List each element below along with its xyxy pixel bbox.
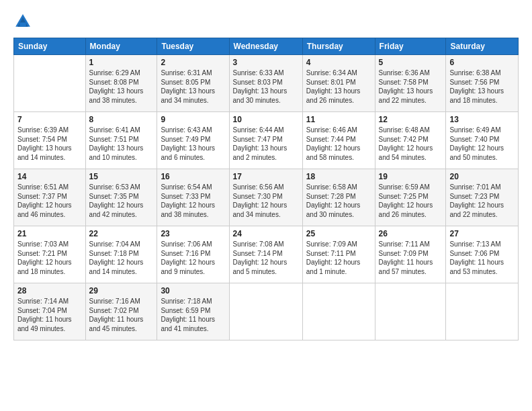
svg-rect-2: [19, 23, 26, 27]
day-info: Sunrise: 6:48 AM Sunset: 7:42 PM Dayligh…: [379, 126, 443, 162]
calendar-cell: [229, 283, 302, 340]
day-info: Sunrise: 6:39 AM Sunset: 7:54 PM Dayligh…: [17, 126, 82, 162]
calendar-cell: 7 Sunrise: 6:39 AM Sunset: 7:54 PM Dayli…: [14, 112, 86, 169]
day-number: 22: [89, 229, 154, 238]
day-number: 12: [379, 115, 443, 124]
calendar-week-2: 7 Sunrise: 6:39 AM Sunset: 7:54 PM Dayli…: [14, 112, 519, 169]
calendar-cell: 8 Sunrise: 6:41 AM Sunset: 7:51 PM Dayli…: [85, 112, 157, 169]
day-info: Sunrise: 6:49 AM Sunset: 7:40 PM Dayligh…: [449, 126, 515, 162]
calendar-cell: 22 Sunrise: 7:04 AM Sunset: 7:18 PM Dayl…: [85, 226, 157, 283]
calendar-cell: 12 Sunrise: 6:48 AM Sunset: 7:42 PM Dayl…: [375, 112, 446, 169]
day-number: 15: [89, 172, 154, 181]
calendar-cell: 10 Sunrise: 6:44 AM Sunset: 7:47 PM Dayl…: [229, 112, 302, 169]
calendar-header-wednesday: Wednesday: [229, 38, 302, 55]
calendar-cell: 26 Sunrise: 7:11 AM Sunset: 7:09 PM Dayl…: [375, 226, 446, 283]
calendar-header-monday: Monday: [85, 38, 157, 55]
calendar-header-tuesday: Tuesday: [157, 38, 229, 55]
day-info: Sunrise: 7:13 AM Sunset: 7:06 PM Dayligh…: [449, 240, 515, 276]
day-number: 1: [89, 58, 154, 67]
calendar-cell: 9 Sunrise: 6:43 AM Sunset: 7:49 PM Dayli…: [157, 112, 229, 169]
calendar-cell: 21 Sunrise: 7:03 AM Sunset: 7:21 PM Dayl…: [14, 226, 86, 283]
day-number: 28: [17, 286, 82, 295]
day-info: Sunrise: 6:31 AM Sunset: 8:05 PM Dayligh…: [161, 68, 225, 105]
day-number: 13: [449, 115, 515, 124]
day-number: 24: [233, 229, 299, 238]
day-number: 6: [449, 58, 515, 67]
calendar-cell: 23 Sunrise: 7:06 AM Sunset: 7:16 PM Dayl…: [157, 226, 229, 283]
calendar-cell: 15 Sunrise: 6:53 AM Sunset: 7:35 PM Dayl…: [85, 169, 157, 226]
calendar-cell: 16 Sunrise: 6:54 AM Sunset: 7:33 PM Dayl…: [157, 169, 229, 226]
day-number: 29: [89, 286, 154, 295]
calendar-cell: 18 Sunrise: 6:58 AM Sunset: 7:28 PM Dayl…: [302, 169, 375, 226]
calendar-cell: [375, 283, 446, 340]
day-number: 17: [233, 172, 299, 181]
day-number: 5: [379, 58, 443, 67]
day-number: 21: [17, 229, 82, 238]
day-number: 18: [306, 172, 371, 181]
calendar-cell: 29 Sunrise: 7:16 AM Sunset: 7:02 PM Dayl…: [85, 283, 157, 340]
calendar-table: SundayMondayTuesdayWednesdayThursdayFrid…: [13, 38, 519, 340]
day-info: Sunrise: 6:36 AM Sunset: 7:58 PM Dayligh…: [379, 68, 443, 105]
day-number: 7: [17, 115, 82, 124]
calendar-cell: 13 Sunrise: 6:49 AM Sunset: 7:40 PM Dayl…: [446, 112, 519, 169]
day-number: 10: [233, 115, 299, 124]
logo-icon: [13, 12, 32, 31]
calendar-cell: 27 Sunrise: 7:13 AM Sunset: 7:06 PM Dayl…: [446, 226, 519, 283]
calendar-header-thursday: Thursday: [302, 38, 375, 55]
day-info: Sunrise: 7:11 AM Sunset: 7:09 PM Dayligh…: [379, 240, 443, 276]
calendar-week-1: 1 Sunrise: 6:29 AM Sunset: 8:08 PM Dayli…: [14, 55, 519, 112]
day-number: 4: [306, 58, 371, 67]
day-info: Sunrise: 6:54 AM Sunset: 7:33 PM Dayligh…: [161, 183, 225, 219]
day-number: 16: [161, 172, 225, 181]
calendar-cell: 20 Sunrise: 7:01 AM Sunset: 7:23 PM Dayl…: [446, 169, 519, 226]
day-number: 9: [161, 115, 225, 124]
day-info: Sunrise: 6:43 AM Sunset: 7:49 PM Dayligh…: [161, 126, 225, 162]
calendar-cell: 24 Sunrise: 7:08 AM Sunset: 7:14 PM Dayl…: [229, 226, 302, 283]
day-info: Sunrise: 6:29 AM Sunset: 8:08 PM Dayligh…: [89, 68, 154, 105]
day-info: Sunrise: 7:04 AM Sunset: 7:18 PM Dayligh…: [89, 240, 154, 276]
day-info: Sunrise: 7:18 AM Sunset: 6:59 PM Dayligh…: [161, 297, 225, 333]
calendar-cell: 5 Sunrise: 6:36 AM Sunset: 7:58 PM Dayli…: [375, 55, 446, 112]
calendar-cell: [446, 283, 519, 340]
calendar-header-row: SundayMondayTuesdayWednesdayThursdayFrid…: [14, 38, 519, 55]
calendar-cell: 25 Sunrise: 7:09 AM Sunset: 7:11 PM Dayl…: [302, 226, 375, 283]
day-number: 19: [379, 172, 443, 181]
day-number: 25: [306, 229, 371, 238]
calendar-cell: [14, 55, 86, 112]
day-info: Sunrise: 6:59 AM Sunset: 7:25 PM Dayligh…: [379, 183, 443, 219]
day-info: Sunrise: 6:46 AM Sunset: 7:44 PM Dayligh…: [306, 126, 371, 162]
calendar-cell: 6 Sunrise: 6:38 AM Sunset: 7:56 PM Dayli…: [446, 55, 519, 112]
day-number: 30: [161, 286, 225, 295]
page: SundayMondayTuesdayWednesdayThursdayFrid…: [0, 0, 532, 411]
calendar-cell: 28 Sunrise: 7:14 AM Sunset: 7:04 PM Dayl…: [14, 283, 86, 340]
header: [13, 12, 519, 31]
calendar-cell: 1 Sunrise: 6:29 AM Sunset: 8:08 PM Dayli…: [85, 55, 157, 112]
day-number: 23: [161, 229, 225, 238]
day-info: Sunrise: 6:56 AM Sunset: 7:30 PM Dayligh…: [233, 183, 299, 219]
day-number: 2: [161, 58, 225, 67]
day-info: Sunrise: 6:44 AM Sunset: 7:47 PM Dayligh…: [233, 126, 299, 162]
day-number: 8: [89, 115, 154, 124]
calendar-cell: 17 Sunrise: 6:56 AM Sunset: 7:30 PM Dayl…: [229, 169, 302, 226]
day-info: Sunrise: 6:33 AM Sunset: 8:03 PM Dayligh…: [233, 68, 299, 105]
calendar-cell: 19 Sunrise: 6:59 AM Sunset: 7:25 PM Dayl…: [375, 169, 446, 226]
day-info: Sunrise: 6:38 AM Sunset: 7:56 PM Dayligh…: [449, 68, 515, 105]
day-info: Sunrise: 7:09 AM Sunset: 7:11 PM Dayligh…: [306, 240, 371, 276]
day-info: Sunrise: 7:01 AM Sunset: 7:23 PM Dayligh…: [449, 183, 515, 219]
calendar-cell: [302, 283, 375, 340]
day-info: Sunrise: 6:34 AM Sunset: 8:01 PM Dayligh…: [306, 68, 371, 105]
calendar-week-3: 14 Sunrise: 6:51 AM Sunset: 7:37 PM Dayl…: [14, 169, 519, 226]
calendar-cell: 3 Sunrise: 6:33 AM Sunset: 8:03 PM Dayli…: [229, 55, 302, 112]
day-info: Sunrise: 6:41 AM Sunset: 7:51 PM Dayligh…: [89, 126, 154, 162]
day-number: 3: [233, 58, 299, 67]
logo: [13, 12, 35, 31]
day-info: Sunrise: 7:03 AM Sunset: 7:21 PM Dayligh…: [17, 240, 82, 276]
calendar-cell: 11 Sunrise: 6:46 AM Sunset: 7:44 PM Dayl…: [302, 112, 375, 169]
day-info: Sunrise: 7:14 AM Sunset: 7:04 PM Dayligh…: [17, 297, 82, 333]
day-number: 14: [17, 172, 82, 181]
calendar-cell: 14 Sunrise: 6:51 AM Sunset: 7:37 PM Dayl…: [14, 169, 86, 226]
calendar-header-saturday: Saturday: [446, 38, 519, 55]
calendar-header-sunday: Sunday: [14, 38, 86, 55]
day-info: Sunrise: 7:16 AM Sunset: 7:02 PM Dayligh…: [89, 297, 154, 333]
calendar-week-5: 28 Sunrise: 7:14 AM Sunset: 7:04 PM Dayl…: [14, 283, 519, 340]
